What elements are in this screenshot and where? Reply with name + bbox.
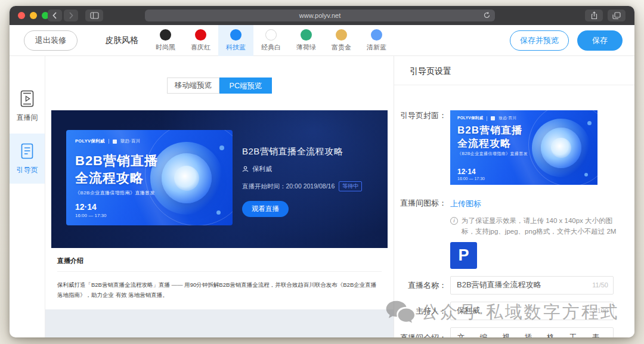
browser-chrome: www.polyv.net [10, 6, 634, 25]
cover-label: 引导页封面： [394, 110, 447, 121]
poster-subtitle: 《B2B企业直播倍增指南》直播首发 [75, 190, 155, 196]
intro-heading: 直播介绍 [57, 256, 382, 265]
red-swatch-dot [195, 29, 206, 41]
swatch-festive-red[interactable]: 喜庆红 [183, 25, 218, 56]
preview-tabs: 移动端预览 PC端预览 [45, 78, 394, 94]
save-and-preview-button[interactable]: 保存并预览 [510, 30, 569, 51]
info-icon: i [450, 217, 458, 225]
partner-logo: 致趋·百川 [120, 138, 141, 144]
menu-view[interactable]: 视图 [502, 333, 517, 337]
host-input[interactable] [450, 302, 614, 320]
blue-swatch-dot [230, 29, 242, 41]
upload-icon-link[interactable]: 上传图标 [450, 199, 481, 209]
menu-format[interactable]: 格式 [547, 333, 562, 337]
menu-insert[interactable]: 插入 [525, 333, 540, 337]
host-label: 主持人： [394, 306, 447, 317]
save-button[interactable]: 保存 [577, 30, 623, 51]
live-start-time: 直播开始时间：20:00 2019/08/16 [242, 182, 335, 191]
editor-menu: 文件 编辑 视图 插入 格式 工具 表格 [451, 328, 613, 337]
rich-text-editor[interactable]: 文件 编辑 视图 插入 格式 工具 表格 [450, 327, 614, 337]
minimize-window-button[interactable] [30, 12, 37, 19]
live-title: B2B营销直播全流程攻略 [242, 146, 362, 157]
exit-decoration-button[interactable]: 退出装修 [24, 30, 78, 51]
forward-button[interactable] [64, 10, 78, 21]
cover-row: 引导页封面： POLYV保利威 致趋·百川 B2B营销直播 全流程 [394, 110, 634, 185]
reload-icon [483, 11, 491, 19]
menu-edit[interactable]: 编辑 [480, 333, 495, 337]
room-icon-label: 直播间图标： [394, 198, 447, 209]
live-host-row: 保利威 [242, 165, 362, 173]
swatch-fresh-blue[interactable]: 清新蓝 [359, 25, 394, 56]
live-start-time-row: 直播开始时间：20:00 2019/08/16 等待中 [242, 181, 362, 191]
skin-swatches: 时尚黑 喜庆红 科技蓝 经典白 薄荷绿 富贵金 [148, 25, 394, 56]
swatch-rich-gold[interactable]: 富贵金 [324, 25, 359, 56]
icon-row: 直播间图标： 上传图标 i 为了保证显示效果，请上传 140 x 140px 大… [394, 198, 634, 269]
guide-page-icon [19, 142, 35, 160]
green-swatch-dot [301, 29, 312, 41]
settings-form: 引导页封面： POLYV保利威 致趋·百川 B2B营销直播 全流程 [394, 85, 634, 337]
live-intro-section: 直播介绍 保利威打造「B2B营销直播全流程攻略」直播 —— 用90分钟拆解B2B… [45, 248, 394, 309]
tab-overview-button[interactable] [608, 10, 626, 21]
sidebar-icon [90, 12, 99, 19]
banner-poster: POLYV保利威 致趋·百川 B2B营销直播 全流程攻略 《B2B企业直播倍增指… [66, 130, 233, 225]
menu-tools[interactable]: 工具 [569, 333, 584, 337]
white-swatch-dot [265, 29, 277, 41]
url-text: www.polyv.net [299, 12, 341, 19]
live-host: 保利威 [252, 165, 272, 173]
intro-body: 保利威打造「B2B营销直播全流程攻略」直播 —— 用90分钟拆解B2B营销直播全… [57, 272, 382, 300]
chevron-left-icon [52, 12, 57, 19]
live-name-label: 直播名称： [394, 280, 447, 291]
app-body: 直播间 引导页 移动端预览 PC端预览 POLYV保利威 [10, 56, 634, 337]
preview-background [45, 309, 394, 337]
room-intro-label: 直播间介绍： [394, 333, 447, 337]
traffic-lights [18, 12, 49, 19]
room-icon-preview: P [450, 242, 477, 269]
tab-pc-preview[interactable]: PC端预览 [219, 78, 272, 94]
poster-title: B2B营销直播 全流程攻略 [75, 152, 158, 187]
decoration-toolbar: 退出装修 皮肤风格 时尚黑 喜庆红 科技蓝 经典白 薄荷绿 [10, 25, 634, 56]
partner-logo-icon [491, 116, 495, 120]
poster-time: 16:00 — 17:30 [75, 213, 106, 218]
live-name-counter: 11/50 [592, 281, 608, 289]
live-name-input[interactable] [450, 276, 614, 295]
poster-date: 12·14 [75, 202, 97, 212]
back-button[interactable] [48, 10, 62, 21]
host-row: 主持人： 3/100 [394, 302, 634, 320]
chevron-right-icon [69, 12, 73, 19]
skin-style-label: 皮肤风格 [105, 35, 138, 46]
close-window-button[interactable] [18, 12, 25, 19]
room-intro-row: 直播间介绍： 文件 编辑 视图 插入 格式 工具 表格 [394, 327, 634, 337]
guide-cover-image: POLYV保利威 致趋·百川 B2B营销直播 全流程攻略 《B2B企业直播倍增指… [450, 110, 597, 185]
live-banner: POLYV保利威 致趋·百川 B2B营销直播 全流程攻略 《B2B企业直播倍增指… [51, 110, 388, 248]
lightblue-swatch-dot [371, 29, 382, 41]
swatch-tech-blue[interactable]: 科技蓝 [218, 25, 253, 56]
person-icon [242, 166, 249, 172]
share-icon [590, 11, 598, 20]
live-room-icon [19, 90, 35, 107]
swatch-mint-green[interactable]: 薄荷绿 [289, 25, 324, 56]
live-info: B2B营销直播全流程攻略 保利威 直播开始时间：20:00 2019/08/16… [242, 146, 362, 217]
share-button[interactable] [585, 10, 603, 21]
swatch-classic-white[interactable]: 经典白 [253, 25, 289, 56]
toolbar-actions: 保存并预览 保存 [510, 30, 623, 51]
black-swatch-dot [160, 29, 171, 41]
watch-live-button[interactable]: 观看直播 [242, 201, 289, 217]
menu-file[interactable]: 文件 [457, 333, 472, 337]
tabs-icon [612, 12, 621, 20]
upload-hint: i 为了保证显示效果，请上传 140 x 140px 大小的图标，支持jpg、j… [450, 216, 624, 237]
swatch-fashion-black[interactable]: 时尚黑 [148, 25, 183, 56]
logo-divider [109, 139, 109, 144]
upload-hint-text: 为了保证显示效果，请上传 140 x 140px 大小的图标，支持jpg、jpe… [462, 216, 624, 237]
status-badge: 等待中 [339, 181, 362, 191]
gold-swatch-dot [336, 29, 347, 41]
poster-logos: POLYV保利威 致趋·百川 [75, 138, 141, 144]
tab-mobile-preview[interactable]: 移动端预览 [167, 78, 219, 94]
menu-table[interactable]: 表格 [592, 333, 606, 337]
partner-logo-icon [113, 140, 117, 144]
url-bar[interactable]: www.polyv.net [145, 10, 495, 21]
sidebar-toggle-button[interactable] [85, 10, 103, 21]
panel-title: 引导页设置 [394, 56, 634, 85]
sidebar-item-guide-page[interactable]: 引导页 [10, 134, 45, 184]
sidebar-item-live-room[interactable]: 直播间 [10, 81, 45, 131]
reload-button[interactable] [483, 11, 491, 20]
